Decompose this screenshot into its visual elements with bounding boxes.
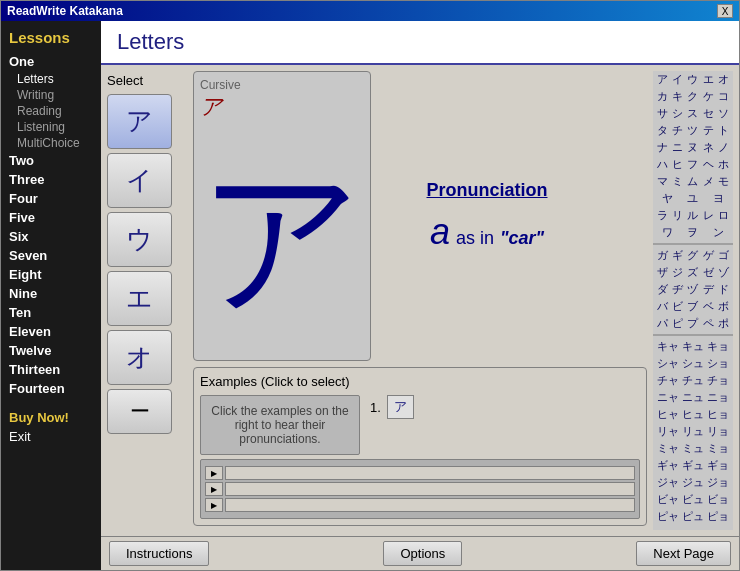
kana-button-o[interactable]: オ (107, 330, 172, 385)
katakana-cha[interactable]: チャ (656, 373, 680, 388)
kana-button-i[interactable]: イ (107, 153, 172, 208)
katakana-u[interactable]: ウ (686, 72, 699, 87)
buy-button[interactable]: Buy Now! (1, 408, 101, 427)
katakana-kyu[interactable]: キュ (681, 339, 705, 354)
katakana-ga[interactable]: ガ (656, 248, 669, 263)
katakana-pe[interactable]: ペ (702, 316, 715, 331)
katakana-mya[interactable]: ミャ (656, 441, 680, 456)
katakana-sho[interactable]: ショ (706, 356, 730, 371)
katakana-za[interactable]: ザ (656, 265, 669, 280)
katakana-zo[interactable]: ゾ (717, 265, 730, 280)
sidebar-lesson-fourteen[interactable]: Fourteen (1, 379, 101, 398)
katakana-bya[interactable]: ビャ (656, 492, 680, 507)
sidebar-lesson-four[interactable]: Four (1, 189, 101, 208)
katakana-byo[interactable]: ビョ (706, 492, 730, 507)
katakana-ri[interactable]: リ (671, 208, 684, 223)
sidebar-sub-writing[interactable]: Writing (1, 87, 101, 103)
katakana-mi[interactable]: ミ (671, 174, 684, 189)
katakana-e[interactable]: エ (702, 72, 715, 87)
next-page-button[interactable]: Next Page (636, 541, 731, 566)
katakana-de[interactable]: デ (702, 282, 715, 297)
katakana-shu[interactable]: シュ (681, 356, 705, 371)
katakana-ra[interactable]: ラ (656, 208, 669, 223)
katakana-myo[interactable]: ミョ (706, 441, 730, 456)
katakana-ke[interactable]: ケ (702, 89, 715, 104)
katakana-hi[interactable]: ヒ (671, 157, 684, 172)
katakana-bo[interactable]: ボ (717, 299, 730, 314)
katakana-ya[interactable]: ヤ (661, 191, 674, 206)
sidebar-lesson-nine[interactable]: Nine (1, 284, 101, 303)
katakana-bi[interactable]: ビ (671, 299, 684, 314)
katakana-do[interactable]: ド (717, 282, 730, 297)
katakana-mu[interactable]: ム (686, 174, 699, 189)
katakana-pi[interactable]: ピ (671, 316, 684, 331)
katakana-chu[interactable]: チュ (681, 373, 705, 388)
sidebar-lesson-ten[interactable]: Ten (1, 303, 101, 322)
kana-button-u[interactable]: ウ (107, 212, 172, 267)
katakana-hyu[interactable]: ヒュ (681, 407, 705, 422)
katakana-pa[interactable]: パ (656, 316, 669, 331)
sidebar-lesson-one[interactable]: One (1, 52, 101, 71)
katakana-shi[interactable]: シ (671, 106, 684, 121)
katakana-da[interactable]: ダ (656, 282, 669, 297)
katakana-ni[interactable]: ニ (671, 140, 684, 155)
katakana-ho[interactable]: ホ (717, 157, 730, 172)
katakana-pu[interactable]: プ (686, 316, 699, 331)
katakana-gu[interactable]: グ (686, 248, 699, 263)
katakana-se[interactable]: セ (702, 106, 715, 121)
katakana-nyo[interactable]: ニョ (706, 390, 730, 405)
sidebar-lesson-three[interactable]: Three (1, 170, 101, 189)
katakana-he[interactable]: ヘ (702, 157, 715, 172)
katakana-myu[interactable]: ミュ (681, 441, 705, 456)
katakana-rya[interactable]: リャ (656, 424, 680, 439)
katakana-no[interactable]: ノ (717, 140, 730, 155)
sidebar-sub-multichoice[interactable]: MultiChoice (1, 135, 101, 151)
katakana-na[interactable]: ナ (656, 140, 669, 155)
katakana-chi[interactable]: チ (671, 123, 684, 138)
sidebar-sub-reading[interactable]: Reading (1, 103, 101, 119)
katakana-nya[interactable]: ニャ (656, 390, 680, 405)
katakana-pyu[interactable]: ピュ (681, 509, 705, 524)
sidebar-sub-letters[interactable]: Letters (1, 71, 101, 87)
katakana-o[interactable]: オ (717, 72, 730, 87)
close-button[interactable]: X (717, 4, 733, 18)
katakana-so[interactable]: ソ (717, 106, 730, 121)
katakana-go[interactable]: ゴ (717, 248, 730, 263)
katakana-tsu[interactable]: ツ (686, 123, 699, 138)
katakana-ju[interactable]: ジュ (681, 475, 705, 490)
play-button-2[interactable]: ▶ (205, 482, 223, 496)
katakana-to[interactable]: ト (717, 123, 730, 138)
katakana-ze[interactable]: ゼ (702, 265, 715, 280)
katakana-hyo[interactable]: ヒョ (706, 407, 730, 422)
katakana-ryo[interactable]: リョ (706, 424, 730, 439)
katakana-me[interactable]: メ (702, 174, 715, 189)
katakana-ka[interactable]: カ (656, 89, 669, 104)
katakana-sa[interactable]: サ (656, 106, 669, 121)
katakana-sha[interactable]: シャ (656, 356, 680, 371)
katakana-ma[interactable]: マ (656, 174, 669, 189)
sidebar-lesson-two[interactable]: Two (1, 151, 101, 170)
play-button-3[interactable]: ▶ (205, 498, 223, 512)
katakana-gyu[interactable]: ギュ (681, 458, 705, 473)
play-button-1[interactable]: ▶ (205, 466, 223, 480)
katakana-ro[interactable]: ロ (717, 208, 730, 223)
katakana-po[interactable]: ポ (717, 316, 730, 331)
katakana-re[interactable]: レ (702, 208, 715, 223)
example-kana-1[interactable]: ア (387, 395, 414, 419)
katakana-kya[interactable]: キャ (656, 339, 680, 354)
sidebar-lesson-twelve[interactable]: Twelve (1, 341, 101, 360)
sidebar-lesson-six[interactable]: Six (1, 227, 101, 246)
katakana-gya[interactable]: ギャ (656, 458, 680, 473)
katakana-gyo[interactable]: ギョ (706, 458, 730, 473)
katakana-wo[interactable]: ヲ (686, 225, 699, 240)
kana-button-a[interactable]: ア (107, 94, 172, 149)
katakana-hya[interactable]: ヒャ (656, 407, 680, 422)
exit-button[interactable]: Exit (1, 427, 101, 446)
katakana-a[interactable]: ア (656, 72, 669, 87)
katakana-ku[interactable]: ク (686, 89, 699, 104)
katakana-ryu[interactable]: リュ (681, 424, 705, 439)
katakana-mo[interactable]: モ (717, 174, 730, 189)
instructions-button[interactable]: Instructions (109, 541, 209, 566)
sidebar-lesson-eleven[interactable]: Eleven (1, 322, 101, 341)
katakana-ne[interactable]: ネ (702, 140, 715, 155)
